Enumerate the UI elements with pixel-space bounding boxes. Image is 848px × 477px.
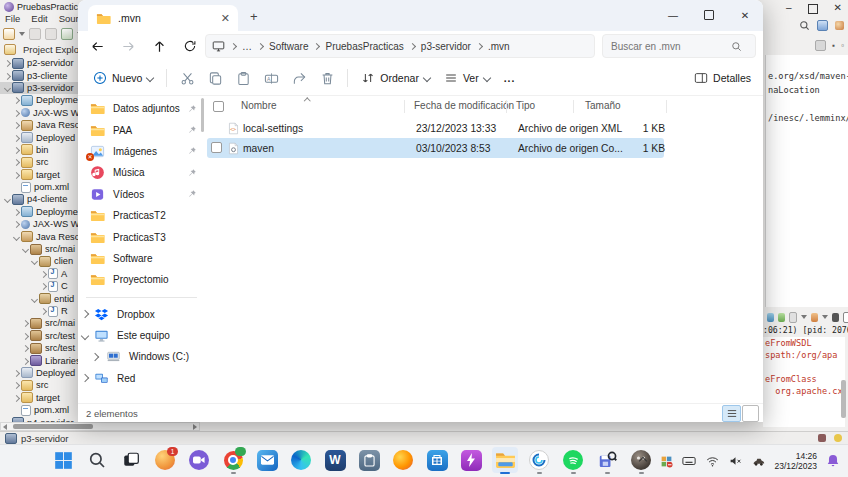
- tree-chevron-icon[interactable]: [12, 170, 21, 180]
- cut-button[interactable]: [179, 70, 195, 86]
- sidebar-item-este-equipo[interactable]: Este equipo: [78, 325, 205, 346]
- console-dropdown-2-icon[interactable]: [822, 315, 828, 319]
- menu-item-edit[interactable]: Edit: [31, 13, 47, 26]
- scroll-right-icon[interactable]: [193, 424, 197, 430]
- rename-button[interactable]: A: [263, 70, 279, 86]
- task-view-icon[interactable]: [118, 447, 144, 473]
- breadcrumb-segment-pruebaspracticas[interactable]: PruebasPracticas: [325, 41, 403, 52]
- alerts-app-icon[interactable]: 1: [152, 447, 178, 473]
- close-button[interactable]: ✕: [727, 0, 763, 30]
- minimize-view-icon[interactable]: ▪: [832, 41, 835, 50]
- edge-icon[interactable]: [288, 447, 314, 473]
- copy-button[interactable]: [207, 70, 223, 86]
- column-separator[interactable]: [573, 100, 574, 113]
- console-icon-5[interactable]: [832, 313, 839, 322]
- scroll-left-icon[interactable]: [3, 424, 7, 430]
- bolt-app-icon[interactable]: [458, 447, 484, 473]
- tree-chevron-icon[interactable]: [21, 343, 30, 353]
- new-wizard-dropdown-icon[interactable]: [19, 32, 25, 36]
- breadcrumb-segment-.mvn[interactable]: .mvn: [488, 41, 510, 52]
- column-header-size[interactable]: Tamaño: [585, 100, 621, 111]
- more-options-button[interactable]: ...: [497, 68, 523, 88]
- external-tools-icon[interactable]: [61, 28, 73, 40]
- tree-chevron-icon[interactable]: [21, 356, 30, 366]
- tray-app-icon[interactable]: [751, 454, 765, 468]
- eclipse-minimize-button[interactable]: –: [786, 2, 792, 14]
- row-checkbox[interactable]: [211, 142, 222, 153]
- touch-keyboard-icon[interactable]: [682, 454, 696, 468]
- tree-chevron-icon[interactable]: [3, 83, 12, 93]
- explorer-tab[interactable]: .mvn ✕: [88, 5, 238, 31]
- tree-chevron-icon[interactable]: [12, 120, 21, 130]
- tree-chevron-icon[interactable]: [21, 331, 30, 341]
- share-button[interactable]: [291, 70, 307, 86]
- up-button[interactable]: [147, 35, 171, 57]
- tree-chevron-icon[interactable]: [12, 157, 21, 167]
- sidebar-item-proyectomio[interactable]: Proyectomio: [78, 269, 205, 290]
- tree-chevron-icon[interactable]: [12, 232, 21, 242]
- sidebar-item-red[interactable]: Red: [78, 368, 205, 389]
- back-button[interactable]: [85, 35, 109, 57]
- console-icon-4[interactable]: [811, 313, 818, 322]
- xml-editor-area[interactable]: e.org/xsd/maven-4.0.0.xnaLocation /inesc…: [765, 55, 848, 307]
- tree-chevron-icon[interactable]: [3, 71, 12, 81]
- scrollbar-thumb[interactable]: [13, 424, 93, 429]
- column-separator[interactable]: [506, 100, 507, 113]
- sidebar-item-practicast3[interactable]: PracticasT3: [78, 226, 205, 247]
- column-separator[interactable]: [404, 100, 405, 113]
- refresh-button[interactable]: [178, 35, 202, 57]
- notification-bell-icon[interactable]: [826, 453, 840, 469]
- word-icon[interactable]: W: [322, 447, 348, 473]
- column-header-type[interactable]: Tipo: [516, 100, 535, 111]
- tree-chevron-icon[interactable]: [30, 256, 39, 266]
- firefox-icon[interactable]: [390, 447, 416, 473]
- meet-app-icon[interactable]: [186, 447, 212, 473]
- search-icon[interactable]: [84, 447, 110, 473]
- sidebar-chevron-icon[interactable]: [81, 310, 89, 318]
- maximize-view-icon[interactable]: ▫: [841, 41, 844, 50]
- sort-button[interactable]: Ordenar: [354, 67, 437, 89]
- file-row-maven[interactable]: maven03/10/2023 8:53Archivo de origen Co…: [207, 138, 664, 158]
- console-dropdown-1-icon[interactable]: [801, 315, 807, 319]
- console-scrollbar[interactable]: [841, 380, 846, 418]
- sidebar-chevron-icon[interactable]: [81, 331, 89, 339]
- tree-chevron-icon[interactable]: [12, 207, 21, 217]
- tree-chevron-icon[interactable]: [12, 145, 21, 155]
- menu-item-file[interactable]: File: [5, 13, 20, 26]
- spotify-icon[interactable]: [560, 447, 586, 473]
- sidebar-item-v-deos[interactable]: Vídeos: [78, 184, 205, 205]
- column-header-name[interactable]: Nombre: [241, 100, 277, 111]
- tab-close-icon[interactable]: ✕: [221, 12, 230, 25]
- clock[interactable]: 14:26 23/12/2023: [774, 451, 817, 471]
- tree-chevron-icon[interactable]: [12, 95, 21, 105]
- file-explorer-icon[interactable]: [492, 447, 518, 473]
- forward-button[interactable]: [116, 35, 140, 57]
- new-button[interactable]: Nuevo: [86, 67, 160, 89]
- project-explorer-hscrollbar[interactable]: [0, 422, 200, 431]
- search-input[interactable]: [609, 40, 731, 53]
- details-view-toggle[interactable]: [722, 405, 741, 422]
- tree-chevron-icon[interactable]: [12, 393, 21, 403]
- tree-chevron-icon[interactable]: [12, 219, 21, 229]
- search-box[interactable]: [602, 34, 756, 58]
- eclipse-close-button[interactable]: ✕: [834, 2, 842, 14]
- tree-chevron-icon[interactable]: [39, 281, 48, 291]
- breadcrumb-overflow[interactable]: …: [242, 41, 252, 52]
- java-perspective-icon[interactable]: [835, 21, 844, 30]
- maximize-button[interactable]: [691, 0, 727, 30]
- sidebar-item-software[interactable]: Software: [78, 248, 205, 269]
- file-row-local-settings[interactable]: <>local-settings23/12/2023 13:33Archivo …: [207, 118, 664, 138]
- select-all-checkbox[interactable]: [213, 101, 224, 112]
- tree-chevron-icon[interactable]: [12, 108, 21, 118]
- column-separator[interactable]: [666, 100, 667, 113]
- tree-chevron-icon[interactable]: [3, 58, 12, 68]
- console-icon-6[interactable]: [843, 312, 848, 323]
- minimize-button[interactable]: —: [655, 0, 691, 30]
- sidebar-item-windows-c-[interactable]: Windows (C:): [78, 346, 205, 367]
- new-tab-button[interactable]: +: [250, 9, 258, 24]
- tree-chevron-icon[interactable]: [39, 269, 48, 279]
- paste-button[interactable]: [235, 70, 251, 86]
- hidden-icons-chevron-icon[interactable]: [636, 454, 650, 468]
- sidebar-item-datos-adjuntos[interactable]: Datos adjuntos: [78, 98, 205, 119]
- eclipse-maximize-button[interactable]: [808, 4, 818, 14]
